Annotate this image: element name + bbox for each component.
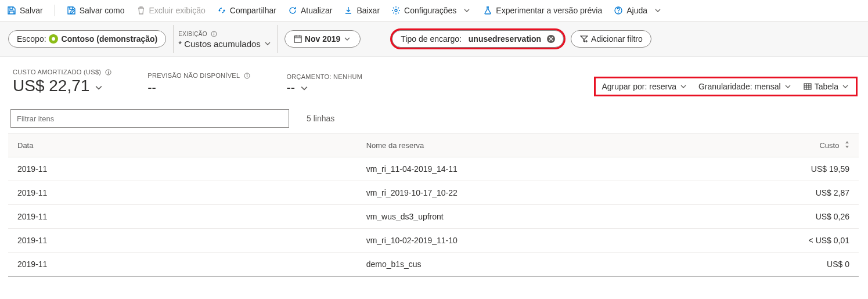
cell-name: vm_wus_ds3_upfront	[357, 205, 697, 229]
cell-date: 2019-11	[8, 253, 357, 277]
budget-value: --	[286, 80, 295, 95]
table-row[interactable]: 2019-11vm_ri_2019-10-17_10-22US$ 2,87	[8, 181, 859, 205]
save-icon	[7, 6, 16, 15]
settings-label: Configurações	[404, 6, 456, 15]
sort-arrows-icon	[845, 141, 849, 148]
add-filter-label: Adicionar filtro	[591, 34, 643, 44]
granularity-selector[interactable]: Granularidade: mensal	[698, 82, 793, 91]
charge-type-value: unusedreservation	[469, 34, 541, 44]
share-button[interactable]: Compartilhar	[217, 6, 276, 15]
forecast-label: PREVISÃO NÃO DISPONÍVEL	[147, 72, 240, 79]
cell-name: vm_ri_10-02-2019_11-10	[357, 229, 697, 253]
add-filter-button[interactable]: Adicionar filtro	[571, 30, 651, 48]
info-icon[interactable]	[242, 71, 251, 80]
chevron-down-icon	[783, 82, 793, 91]
scope-icon	[49, 34, 58, 44]
delete-view-label: Excluir exibição	[149, 6, 206, 15]
svg-rect-15	[804, 84, 811, 89]
try-preview-button[interactable]: Experimentar a versão prévia	[483, 6, 602, 15]
date-selector[interactable]: Nov 2019	[284, 30, 361, 48]
trash-icon	[136, 6, 146, 15]
download-button[interactable]: Baixar	[344, 6, 380, 15]
info-icon	[210, 30, 219, 39]
table-row[interactable]: 2019-11vm_ri_10-02-2019_11-10< US$ 0,01	[8, 229, 859, 253]
col-name[interactable]: Nome da reserva	[357, 134, 697, 157]
help-icon	[614, 6, 623, 15]
view-mode-selector[interactable]: Tabela	[803, 82, 850, 91]
table-icon	[803, 82, 812, 91]
command-bar: Salvar Salvar como Excluir exibição Comp…	[0, 0, 868, 21]
chevron-down-icon	[263, 39, 272, 48]
svg-point-2	[395, 9, 397, 12]
info-icon[interactable]	[103, 67, 113, 77]
svg-point-4	[618, 12, 619, 13]
try-preview-label: Experimentar a versão prévia	[496, 6, 602, 15]
cost-table: Data Nome da reserva Custo 2019-11vm_ri_…	[8, 134, 859, 277]
cell-cost: US$ 19,59	[697, 157, 859, 181]
group-by-selector[interactable]: Agrupar por: reserva	[602, 82, 688, 91]
cell-cost: < US$ 0,01	[697, 229, 859, 253]
col-date[interactable]: Data	[8, 134, 357, 157]
chevron-down-icon	[94, 83, 103, 92]
refresh-icon	[288, 6, 297, 15]
forecast-value: --	[147, 80, 156, 95]
cell-name: demo_b1s_cus	[357, 253, 697, 277]
charge-type-label: Tipo de encargo:	[401, 34, 462, 44]
gran-value: mensal	[755, 82, 781, 91]
settings-button[interactable]: Configurações	[391, 6, 471, 15]
scope-label: Escopo:	[17, 34, 46, 44]
save-as-icon	[67, 6, 76, 15]
gear-icon	[391, 6, 401, 15]
share-icon	[217, 6, 226, 15]
save-as-button[interactable]: Salvar como	[67, 6, 125, 15]
scope-value: Contoso (demonstração)	[62, 34, 158, 44]
cell-name: vm_ri_2019-10-17_10-22	[357, 181, 697, 205]
row-count: 5 linhas	[307, 114, 334, 123]
charge-type-filter[interactable]: Tipo de encargo: unusedreservation	[392, 30, 564, 48]
save-as-label: Salvar como	[80, 6, 125, 15]
cell-date: 2019-11	[8, 229, 357, 253]
remove-filter-icon[interactable]	[547, 35, 555, 43]
calendar-icon	[293, 34, 302, 44]
svg-rect-11	[108, 71, 109, 74]
amortized-value-dropdown[interactable]: US$ 22,71	[13, 77, 113, 95]
view-selector[interactable]: EXIBIÇÃO * Custos acumulados	[173, 25, 278, 53]
refresh-button[interactable]: Atualizar	[288, 6, 332, 15]
help-button[interactable]: Ajuda	[614, 6, 662, 15]
svg-rect-8	[294, 36, 301, 42]
filter-bar: Escopo: Contoso (demonstração) EXIBIÇÃO …	[0, 21, 868, 57]
cell-cost: US$ 2,87	[697, 181, 859, 205]
table-row[interactable]: 2019-11demo_b1s_cusUS$ 0	[8, 253, 859, 277]
table-row[interactable]: 2019-11vm_wus_ds3_upfrontUS$ 0,26	[8, 205, 859, 229]
chevron-down-icon	[841, 82, 850, 91]
cell-date: 2019-11	[8, 181, 357, 205]
filter-items-input[interactable]	[10, 109, 289, 128]
download-icon	[344, 6, 353, 15]
amortized-value: US$ 22,71	[13, 77, 89, 95]
stat-budget: ORÇAMENTO: NENHUM --	[286, 73, 362, 95]
save-button[interactable]: Salvar	[7, 6, 43, 15]
budget-label: ORÇAMENTO: NENHUM	[286, 73, 362, 80]
stat-amortized: CUSTO AMORTIZADO (US$) US$ 22,71	[13, 67, 113, 95]
svg-point-10	[108, 70, 109, 71]
view-value: Custos acumulados	[184, 39, 261, 49]
col-cost[interactable]: Custo	[697, 134, 859, 157]
amortized-label: CUSTO AMORTIZADO (US$)	[13, 69, 101, 75]
budget-value-dropdown[interactable]: --	[286, 80, 362, 95]
table-row[interactable]: 2019-11vm_ri_11-04-2019_14-11US$ 19,59	[8, 157, 859, 181]
refresh-label: Atualizar	[301, 6, 332, 15]
share-label: Compartilhar	[230, 6, 276, 15]
svg-point-13	[247, 74, 247, 74]
separator	[55, 5, 55, 16]
scope-selector[interactable]: Escopo: Contoso (demonstração)	[8, 30, 166, 48]
filter-add-icon	[579, 34, 589, 44]
view-prefix: *	[178, 39, 182, 49]
cell-date: 2019-11	[8, 205, 357, 229]
group-label: Agrupar por:	[602, 82, 647, 91]
help-label: Ajuda	[626, 6, 647, 15]
cell-date: 2019-11	[8, 157, 357, 181]
chevron-down-icon	[653, 6, 662, 15]
svg-point-6	[214, 33, 214, 33]
date-value: Nov 2019	[305, 34, 340, 44]
svg-point-0	[218, 10, 220, 12]
